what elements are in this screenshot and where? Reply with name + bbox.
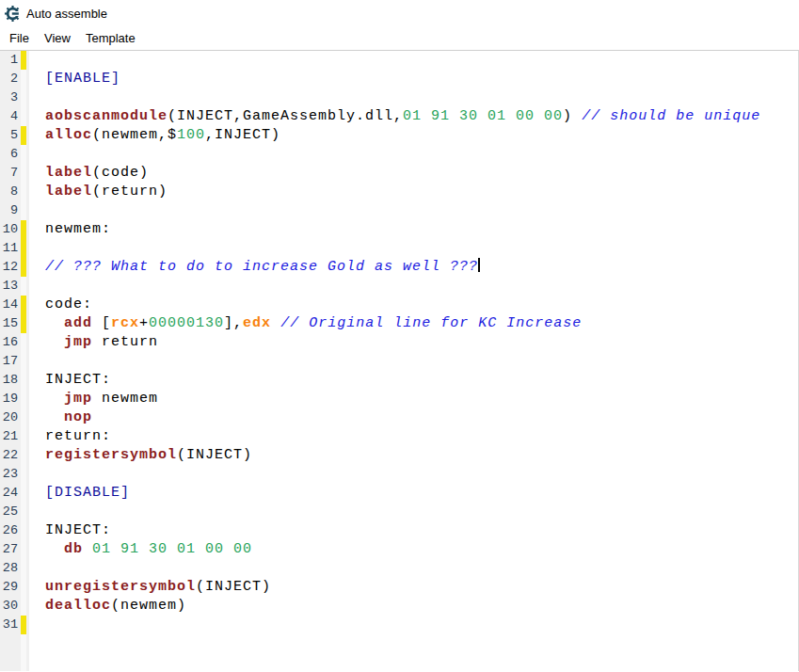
menu-item-view[interactable]: View [37, 28, 78, 48]
script-editor[interactable]: 12[ENABLE]34aobscanmodule(INJECT,GameAss… [0, 50, 799, 671]
editor-line[interactable]: 15 add [rcx+00000130],edx // Original li… [0, 314, 798, 333]
code-text [29, 277, 798, 296]
editor-line[interactable]: 14code: [0, 296, 798, 314]
code-token-kw: nop [64, 409, 92, 425]
line-number: 5 [0, 126, 21, 145]
line-number: 17 [0, 352, 21, 371]
editor-line[interactable]: 25 [0, 503, 798, 521]
editor-line[interactable]: 31 [0, 616, 798, 634]
editor-line[interactable]: 22registersymbol(INJECT) [0, 446, 798, 465]
line-number: 20 [0, 408, 21, 427]
code-token-pl [83, 541, 92, 557]
editor-line[interactable]: 20 nop [0, 408, 798, 427]
line-number: 23 [0, 465, 21, 484]
code-token-num: 01 91 30 01 00 00 [92, 541, 252, 557]
line-number: 12 [0, 258, 21, 277]
line-number: 4 [0, 107, 21, 126]
editor-line[interactable]: 3 [0, 88, 798, 107]
code-token-pl: (return) [92, 184, 168, 200]
editor-line[interactable]: 10newmem: [0, 220, 798, 239]
menu-item-file[interactable]: File [2, 28, 37, 48]
code-text: jmp return [29, 333, 798, 352]
code-token-pl [45, 315, 64, 331]
code-token-kw: db [64, 541, 83, 557]
code-text: return: [29, 427, 798, 446]
line-number: 6 [0, 145, 21, 164]
code-token-pl: + [139, 315, 149, 331]
editor-line[interactable]: 27 db 01 91 30 01 00 00 [0, 540, 798, 559]
editor-line[interactable]: 7label(code) [0, 164, 798, 183]
editor-line[interactable]: 21return: [0, 427, 798, 446]
editor-line[interactable]: 6 [0, 145, 798, 164]
code-text: alloc(newmem,$100,INJECT) [29, 126, 798, 145]
editor-line[interactable]: 16 jmp return [0, 333, 798, 352]
code-token-pl: ) [563, 108, 582, 124]
editor-line[interactable]: 12// ??? What to do to increase Gold as … [0, 258, 798, 277]
editor-line[interactable]: 5alloc(newmem,$100,INJECT) [0, 126, 798, 145]
line-number: 9 [0, 201, 21, 220]
editor-line[interactable]: 29unregistersymbol(INJECT) [0, 578, 798, 597]
code-token-pl: return: [45, 428, 111, 444]
code-text [29, 559, 798, 578]
code-text [29, 201, 798, 220]
code-token-kw: jmp [64, 391, 92, 407]
code-text [29, 352, 798, 371]
code-text: label(code) [29, 164, 798, 183]
line-number: 16 [0, 333, 21, 352]
code-text [29, 616, 798, 634]
code-text: unregistersymbol(INJECT) [29, 578, 798, 597]
code-text: [ENABLE] [29, 70, 798, 88]
editor-line[interactable]: 8label(return) [0, 183, 798, 201]
code-token-kw: registersymbol [45, 447, 177, 463]
line-number: 18 [0, 371, 21, 390]
code-token-cm: // Original line for KC Increase [280, 315, 582, 331]
code-token-pl [271, 315, 280, 331]
line-number: 1 [0, 51, 21, 70]
editor-line[interactable]: 28 [0, 559, 798, 578]
editor-line[interactable]: 1 [0, 51, 798, 70]
menu-item-template[interactable]: Template [78, 28, 143, 48]
editor-line[interactable]: 2[ENABLE] [0, 70, 798, 88]
line-number: 30 [0, 597, 21, 616]
code-token-sec: [DISABLE] [45, 485, 130, 501]
code-token-pl: (newmem) [111, 598, 186, 614]
editor-line[interactable]: 19 jmp newmem [0, 390, 798, 408]
editor-line[interactable]: 11 [0, 239, 798, 258]
line-number: 2 [0, 70, 21, 88]
code-token-pl: newmem: [45, 221, 111, 237]
code-text: label(return) [29, 183, 798, 201]
code-token-reg: edx [243, 315, 271, 331]
code-text: INJECT: [29, 371, 798, 390]
code-text: // ??? What to do to increase Gold as we… [29, 258, 798, 277]
code-token-pl: (code) [92, 165, 149, 181]
editor-line[interactable]: 17 [0, 352, 798, 371]
code-token-pl [45, 334, 64, 350]
code-token-pl: ,INJECT) [205, 127, 280, 143]
editor-line[interactable]: 24[DISABLE] [0, 484, 798, 503]
line-number: 22 [0, 446, 21, 465]
editor-line[interactable]: 13 [0, 277, 798, 296]
editor-line[interactable]: 23 [0, 465, 798, 484]
editor-line[interactable]: 26INJECT: [0, 521, 798, 540]
line-number: 10 [0, 220, 21, 239]
code-token-cm: // ??? What to do to increase Gold as we… [45, 259, 478, 275]
code-token-kw: alloc [45, 127, 92, 143]
editor-line[interactable]: 30dealloc(newmem) [0, 597, 798, 616]
code-token-pl: return [92, 334, 158, 350]
code-token-pl: (INJECT) [196, 579, 271, 595]
line-number: 29 [0, 578, 21, 597]
code-token-pl: [ [92, 315, 111, 331]
code-text: newmem: [29, 220, 798, 239]
code-text [29, 51, 798, 70]
code-token-pl [45, 391, 64, 407]
code-token-kw: label [45, 165, 92, 181]
code-text: add [rcx+00000130],edx // Original line … [29, 314, 798, 333]
line-number: 11 [0, 239, 21, 258]
editor-line[interactable]: 18INJECT: [0, 371, 798, 390]
line-number: 21 [0, 427, 21, 446]
code-token-num: 100 [177, 127, 205, 143]
auto-assemble-window: Auto assemble FileViewTemplate 12[ENABLE… [0, 0, 799, 672]
editor-line[interactable]: 4aobscanmodule(INJECT,GameAssembly.dll,0… [0, 107, 798, 126]
editor-line[interactable]: 9 [0, 201, 798, 220]
line-number: 13 [0, 277, 21, 296]
